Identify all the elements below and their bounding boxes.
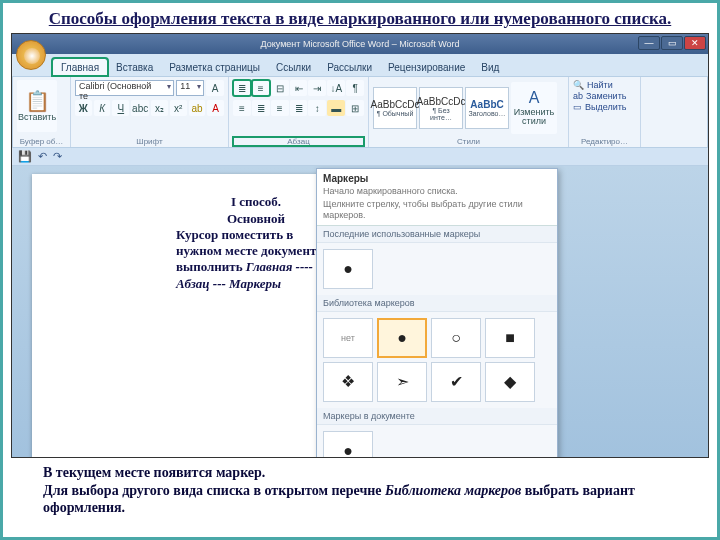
style-normal[interactable]: АаВbСсDc¶ Обычный (373, 87, 417, 129)
style-heading[interactable]: АаBbСЗаголово… (465, 87, 509, 129)
bold-button[interactable]: Ж (75, 100, 92, 116)
paste-button[interactable]: 📋 Вставить (17, 80, 57, 132)
justify-button[interactable]: ≣ (290, 100, 308, 116)
shading-button[interactable]: ▬ (327, 100, 345, 116)
popup-section-recent: Последние использованные маркеры (317, 226, 557, 243)
group-paragraph-label: Абзац (233, 137, 364, 146)
popup-section-library: Библиотека маркеров (317, 295, 557, 312)
subscript-button[interactable]: x₂ (151, 100, 168, 116)
bullets-button[interactable]: ≣ (233, 80, 251, 96)
italic-button[interactable]: К (94, 100, 111, 116)
styles-icon: A (529, 90, 540, 106)
marker-4diamond[interactable]: ❖ (323, 362, 373, 402)
marker-arrow[interactable]: ➣ (377, 362, 427, 402)
superscript-button[interactable]: x² (170, 100, 187, 116)
align-center-button[interactable]: ≣ (252, 100, 270, 116)
bullets-popup: Маркеры Начало маркированного списка. Ще… (316, 168, 558, 457)
window-titlebar: Документ Microsoft Office Word – Microso… (12, 34, 708, 54)
multilevel-button[interactable]: ⊟ (271, 80, 289, 96)
maximize-button[interactable]: ▭ (661, 36, 683, 50)
show-marks-button[interactable]: ¶ (346, 80, 364, 96)
group-font-label: Шрифт (75, 136, 224, 146)
tab-view[interactable]: Вид (473, 59, 507, 76)
redo-icon[interactable]: ↷ (53, 150, 62, 163)
slide-bottom-text: В текущем месте появится маркер. Для выб… (3, 458, 717, 517)
quick-access-toolbar: 💾 ↶ ↷ (12, 148, 708, 166)
marker-circle[interactable]: ○ (431, 318, 481, 358)
font-size-combo[interactable]: 11 (176, 80, 204, 96)
tab-home[interactable]: Главная (52, 58, 108, 76)
office-button[interactable] (16, 40, 46, 70)
select-icon: ▭ (573, 102, 582, 112)
underline-button[interactable]: Ч (112, 100, 129, 116)
indent-dec-button[interactable]: ⇤ (290, 80, 308, 96)
ribbon-tabs: Главная Вставка Разметка страницы Ссылки… (12, 54, 708, 76)
find-icon: 🔍 (573, 80, 584, 90)
word-window: Документ Microsoft Office Word – Microso… (11, 33, 709, 458)
paste-label: Вставить (18, 113, 56, 122)
font-color-button[interactable]: A (207, 100, 224, 116)
borders-button[interactable]: ⊞ (346, 100, 364, 116)
numbering-button[interactable]: ≡ (252, 80, 270, 96)
marker-disc[interactable]: ● (377, 318, 427, 358)
indent-inc-button[interactable]: ⇥ (308, 80, 326, 96)
group-editing-label: Редактиро… (573, 136, 636, 146)
popup-desc1: Начало маркированного списка. (323, 186, 551, 197)
marker-doc-disc[interactable]: ● (323, 431, 373, 458)
document-text: I способ. Основной Курсор поместить в ну… (176, 194, 336, 292)
style-nospacing[interactable]: АаВbСсDc¶ Без инте… (419, 87, 463, 129)
font-name-combo[interactable]: Calibri (Основной те (75, 80, 174, 96)
tab-insert[interactable]: Вставка (108, 59, 161, 76)
sort-button[interactable]: ↓A (327, 80, 345, 96)
marker-diamond[interactable]: ◆ (485, 362, 535, 402)
line-spacing-button[interactable]: ↕ (308, 100, 326, 116)
replace-button[interactable]: abЗаменить (573, 91, 636, 101)
highlight-button[interactable]: ab (189, 100, 206, 116)
save-icon[interactable]: 💾 (18, 150, 32, 163)
popup-desc2: Щелкните стрелку, чтобы выбрать другие с… (323, 199, 551, 221)
document-area: I способ. Основной Курсор поместить в ну… (12, 166, 708, 457)
group-styles-label: Стили (373, 136, 564, 146)
align-left-button[interactable]: ≡ (233, 100, 251, 116)
marker-none[interactable]: нет (323, 318, 373, 358)
marker-check[interactable]: ✔ (431, 362, 481, 402)
tab-references[interactable]: Ссылки (268, 59, 319, 76)
tab-layout[interactable]: Разметка страницы (161, 59, 268, 76)
tab-mailings[interactable]: Рассылки (319, 59, 380, 76)
strike-button[interactable]: abc (131, 100, 149, 116)
undo-icon[interactable]: ↶ (38, 150, 47, 163)
slide-title: Способы оформления текста в виде маркиро… (3, 3, 717, 31)
select-button[interactable]: ▭Выделить (573, 102, 636, 112)
change-styles-button[interactable]: A Изменить стили (511, 82, 557, 134)
clipboard-icon: 📋 (25, 91, 50, 111)
align-right-button[interactable]: ≡ (271, 100, 289, 116)
marker-square[interactable]: ■ (485, 318, 535, 358)
replace-icon: ab (573, 91, 583, 101)
popup-title: Маркеры (323, 173, 551, 184)
group-clipboard-label: Буфер об… (17, 136, 66, 146)
window-title: Документ Microsoft Office Word – Microso… (261, 39, 460, 49)
close-button[interactable]: ✕ (684, 36, 706, 50)
popup-section-doc: Маркеры в документе (317, 408, 557, 425)
marker-recent-disc[interactable]: ● (323, 249, 373, 289)
grow-font-button[interactable]: A (206, 80, 224, 96)
minimize-button[interactable]: — (638, 36, 660, 50)
ribbon: 📋 Вставить Буфер об… Calibri (Основной т… (12, 76, 708, 148)
find-button[interactable]: 🔍Найти (573, 80, 636, 90)
tab-review[interactable]: Рецензирование (380, 59, 473, 76)
